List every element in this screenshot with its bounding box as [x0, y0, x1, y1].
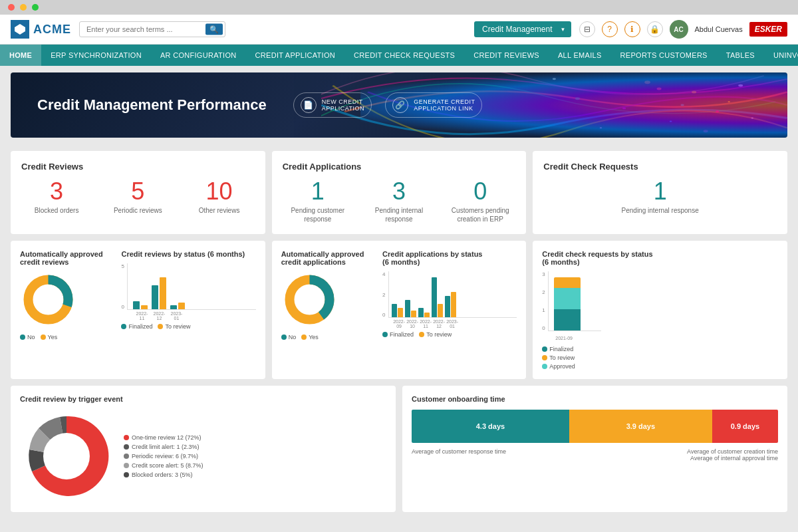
title-bar — [0, 0, 798, 15]
onboarding-bar: 4.3 days 3.9 days 0.9 days — [412, 410, 778, 443]
search-input[interactable] — [79, 21, 225, 37]
label-customer-response: Average of customer response time — [412, 448, 506, 462]
legend-finalized-apps: Finalized — [382, 331, 414, 338]
seg-internal-approval: 3.9 days — [569, 410, 712, 443]
nav-erp[interactable]: ERP SYNCHRONIZATION — [41, 45, 151, 66]
legend-toreview-apps: To review — [419, 331, 452, 338]
bar-group-2022-11 — [133, 301, 148, 309]
charts-row-1: Automatically approved credit reviews No… — [11, 241, 787, 379]
stacked-to-review — [554, 277, 581, 288]
stat-pending-customer-label: Pending customer response — [283, 206, 353, 223]
nav-ar[interactable]: AR CONFIGURATION — [151, 45, 246, 66]
trigger-event-legend: One-time review 12 (72%) Credit limit al… — [124, 434, 203, 478]
legend-blocked: Blocked orders: 3 (5%) — [124, 471, 203, 478]
svg-point-3 — [692, 90, 696, 93]
bar-group-2023-01-apps — [445, 292, 456, 317]
date-2022-12-a: 2022-12 — [433, 319, 445, 329]
filter-icon[interactable]: ⊟ — [579, 21, 595, 37]
bar-2022-12-apps-finalized — [432, 277, 437, 317]
credit-check-stats: 1 Pending internal response — [543, 180, 777, 215]
credit-reviews-card: Credit Reviews 3 Blocked orders 5 Period… — [11, 151, 265, 234]
close-dot[interactable] — [8, 4, 15, 11]
svg-point-8 — [575, 97, 580, 100]
legend-one-time: One-time review 12 (72%) — [124, 434, 203, 441]
generate-link-button[interactable]: 🔗 GENERATE CREDIT APPLICATION LINK — [385, 92, 482, 118]
search-button[interactable]: 🔍 — [205, 24, 223, 35]
bar-2022-11-apps-toreview — [424, 313, 430, 317]
nav-all-emails[interactable]: ALL EMAILS — [549, 45, 611, 66]
y-label-1: 1 — [542, 307, 545, 313]
auto-approved-reviews-donut — [20, 271, 76, 328]
bar-2022-09-finalized — [392, 304, 397, 317]
bar-2023-01-apps-finalized — [445, 296, 450, 317]
stat-customers-pending-erp-number: 0 — [445, 180, 515, 203]
legend-toreview-check: To review — [542, 354, 778, 361]
nav-credit-check[interactable]: CREDIT CHECK REQUESTS — [344, 45, 464, 66]
nav-uninvoiced[interactable]: UNINVOICED ORDERS — [764, 45, 798, 66]
credit-reviews-status-title: Credit reviews by status (6 months) — [121, 250, 255, 258]
date-2022-10: 2022-10 — [406, 319, 418, 329]
module-dropdown[interactable]: Credit Management — [474, 21, 571, 37]
stats-row: Credit Reviews 3 Blocked orders 5 Period… — [11, 151, 787, 234]
y-label-4: 4 — [382, 271, 385, 277]
svg-point-10 — [728, 101, 731, 102]
bar-date-labels-reviews: 2022-11 2022-12 2023-01 — [121, 311, 255, 321]
main-content: Credit Reviews 3 Blocked orders 5 Period… — [0, 144, 798, 519]
nav-tables[interactable]: TABLES — [717, 45, 764, 66]
date-label-2023-01: 2023-01 — [169, 311, 184, 321]
bar-2022-10-toreview — [411, 311, 416, 317]
stacked-approved — [554, 288, 581, 309]
lock-icon[interactable]: 🔒 — [647, 21, 663, 37]
stat-check-pending-internal[interactable]: 1 Pending internal response — [543, 180, 777, 215]
auto-approved-reviews-title: Automatically approved credit reviews — [20, 250, 116, 266]
label-right-group: Average of customer creation time Averag… — [687, 448, 778, 462]
new-credit-app-button[interactable]: 📄 NEW CREDIT APPLICATION — [293, 92, 372, 118]
minimize-dot[interactable] — [20, 4, 27, 11]
trigger-event-donut — [20, 410, 113, 503]
credit-reviews-stats: 3 Blocked orders 5 Periodic reviews 10 O… — [21, 180, 255, 215]
bar-2022-12-toreview — [160, 277, 166, 309]
bar-group-2022-10 — [405, 300, 416, 317]
svg-point-1 — [738, 84, 743, 87]
stat-periodic-reviews-label: Periodic reviews — [102, 206, 173, 215]
logo-text: ACME — [33, 23, 71, 37]
bar-2022-12-finalized — [152, 285, 158, 309]
y-label-2-check: 2 — [542, 289, 545, 295]
bar-2022-10-finalized — [405, 300, 410, 317]
stat-customers-pending-erp-label: Customers pending creation in ERP — [445, 206, 515, 223]
stat-customers-pending-erp[interactable]: 0 Customers pending creation in ERP — [445, 180, 515, 223]
stat-pending-customer[interactable]: 1 Pending customer response — [283, 180, 353, 223]
question-icon[interactable]: ? — [602, 21, 618, 37]
maximize-dot[interactable] — [32, 4, 39, 11]
date-2023-01-a: 2023-01 — [446, 319, 458, 329]
seg-customer-response-label: 4.3 days — [476, 422, 505, 430]
trigger-event-card: Credit review by trigger event — [11, 386, 396, 512]
stat-other-reviews[interactable]: 10 Other reviews — [184, 180, 254, 215]
stat-blocked-orders-label: Blocked orders — [21, 206, 92, 215]
credit-check-status-title: Credit check requests by status (6 month… — [542, 250, 778, 266]
search-bar: 🔍 — [79, 21, 225, 37]
nav-credit-reviews[interactable]: CREDIT REVIEWS — [464, 45, 549, 66]
credit-apps-status-title: Credit applications by status (6 months) — [382, 250, 517, 266]
seg-internal-approval-label: 3.9 days — [626, 422, 655, 430]
new-credit-app-label: NEW CREDIT APPLICATION — [322, 98, 364, 112]
stat-blocked-orders[interactable]: 3 Blocked orders — [21, 180, 92, 215]
y-label-0-apps: 0 — [382, 312, 385, 318]
trigger-event-title: Credit review by trigger event — [20, 395, 386, 403]
stacked-finalized — [554, 309, 581, 331]
stat-periodic-reviews[interactable]: 5 Periodic reviews — [102, 180, 173, 215]
bar-date-labels-apps: 2022-09 2022-10 2022-11 2022-12 2023-01 — [382, 319, 517, 329]
info-icon[interactable]: ℹ — [624, 21, 640, 37]
nav-home[interactable]: HOME — [0, 45, 41, 66]
auto-approved-reviews-legend: No Yes — [20, 334, 116, 340]
legend-finalized-reviews: Finalized — [121, 323, 152, 330]
check-legend: Finalized To review Approved — [542, 346, 778, 370]
legend-blocked-label: Blocked orders: 3 (5%) — [132, 471, 193, 478]
nav-credit-app[interactable]: CREDIT APPLICATION — [246, 45, 345, 66]
nav-reports[interactable]: REPORTS CUSTOMERS — [611, 45, 717, 66]
stat-check-pending-internal-number: 1 — [543, 180, 777, 203]
generate-link-label: GENERATE CREDIT APPLICATION LINK — [414, 98, 475, 112]
stat-pending-internal[interactable]: 3 Pending internal response — [364, 180, 434, 223]
stat-pending-customer-number: 1 — [283, 180, 353, 203]
y-label-3: 3 — [542, 271, 545, 277]
